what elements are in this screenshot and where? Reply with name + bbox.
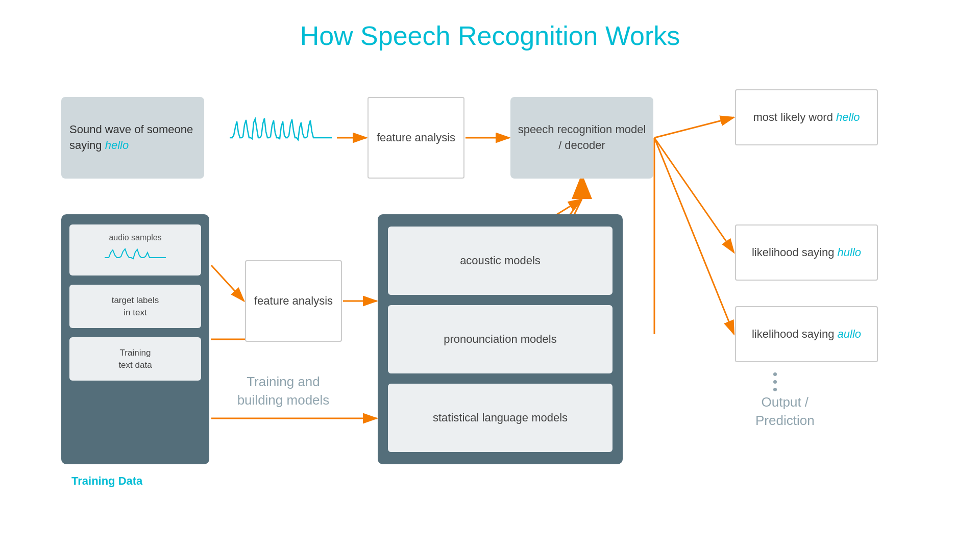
output-label-text: Output / Prediction bbox=[755, 394, 815, 428]
statistical-models-box: statistical language models bbox=[388, 384, 612, 452]
audio-samples-box: audio samples bbox=[69, 224, 201, 276]
training-text-label: Training text data bbox=[118, 347, 152, 371]
statistical-models-label: statistical language models bbox=[433, 410, 568, 426]
output-box-2: likelihood saying hullo bbox=[735, 224, 878, 281]
sound-wave-text: Sound wave of someone saying hello bbox=[69, 122, 196, 154]
acoustic-models-label: acoustic models bbox=[460, 253, 541, 269]
target-labels-box: target labels in text bbox=[69, 285, 201, 328]
feature-analysis-bottom-label: feature analysis bbox=[254, 293, 333, 309]
output-2-italic: hullo bbox=[838, 246, 861, 259]
output-1-italic: hello bbox=[836, 111, 860, 123]
dot-2 bbox=[773, 380, 777, 384]
training-data-label: Training Data bbox=[71, 474, 142, 488]
models-big-box: acoustic models pronounciation models st… bbox=[378, 214, 623, 464]
target-labels-text: target labels in text bbox=[112, 294, 159, 319]
dot-1 bbox=[773, 372, 777, 376]
pronunciation-models-box: pronounciation models bbox=[388, 305, 612, 373]
waveform-svg bbox=[230, 117, 332, 158]
feature-analysis-top-box: feature analysis bbox=[368, 97, 464, 179]
output-prediction-label: Output / Prediction bbox=[755, 393, 815, 430]
training-text-box: Training text data bbox=[69, 337, 201, 381]
dot-3 bbox=[773, 388, 777, 391]
building-label-text: Training and building models bbox=[237, 374, 330, 408]
output-box-3: likelihood saying aullo bbox=[735, 306, 878, 362]
speech-model-label: speech recognition model / decoder bbox=[516, 122, 648, 154]
feature-analysis-bottom-box: feature analysis bbox=[245, 260, 342, 342]
waveform-area bbox=[225, 105, 337, 171]
acoustic-models-box: acoustic models bbox=[388, 227, 612, 295]
diagram: Sound wave of someone saying hello featu… bbox=[31, 66, 949, 515]
speech-model-box: speech recognition model / decoder bbox=[510, 97, 653, 179]
svg-line-4 bbox=[654, 117, 734, 138]
training-building-label: Training and building models bbox=[214, 372, 352, 410]
output-3-italic: aullo bbox=[838, 328, 861, 340]
mini-waveform bbox=[105, 247, 166, 268]
pronunciation-models-label: pronounciation models bbox=[444, 332, 556, 347]
sound-wave-italic: hello bbox=[105, 139, 129, 152]
training-data-box: audio samples target labels in text Trai… bbox=[61, 214, 209, 464]
sound-wave-box: Sound wave of someone saying hello bbox=[61, 97, 204, 179]
audio-samples-label: audio samples bbox=[109, 232, 161, 243]
feature-analysis-top-label: feature analysis bbox=[377, 130, 455, 146]
output-box-1: most likely word hello bbox=[735, 89, 878, 145]
training-data-text: Training Data bbox=[71, 474, 142, 487]
svg-line-8 bbox=[211, 265, 244, 301]
output-3-text: likelihood saying aullo bbox=[752, 327, 861, 342]
svg-line-5 bbox=[654, 138, 734, 253]
svg-line-6 bbox=[654, 138, 734, 334]
output-1-text: most likely word hello bbox=[753, 110, 860, 126]
dots-area bbox=[773, 372, 777, 391]
output-2-text: likelihood saying hullo bbox=[752, 245, 861, 261]
page-title: How Speech Recognition Works bbox=[0, 0, 980, 66]
